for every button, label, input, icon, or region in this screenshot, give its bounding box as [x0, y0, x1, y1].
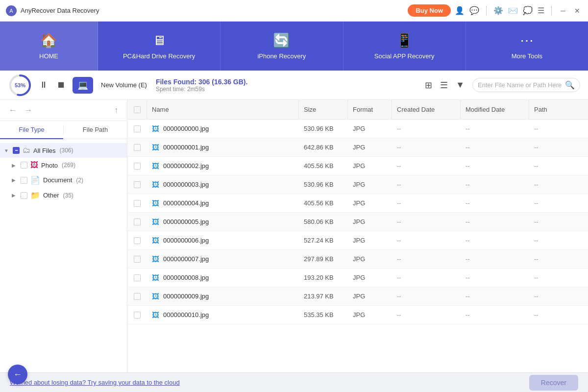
row-checkbox-10[interactable]: [127, 307, 147, 323]
checkbox-0[interactable]: [134, 125, 141, 132]
menu-icon[interactable]: ☰: [538, 6, 544, 15]
tree-item-document[interactable]: ▶ 📄 Document (2): [0, 172, 127, 188]
nav-bar: 🏠 HOME 🖥 PC&Hard Drive Recovery 🔄 iPhone…: [0, 22, 588, 71]
mail-icon[interactable]: ✉️: [508, 6, 518, 15]
nav-iphone-label: iPhone Recovery: [257, 52, 306, 60]
table-row[interactable]: 🖼 0000000004.jpg 405.56 KB JPG -- -- --: [127, 194, 588, 213]
row-checkbox-9[interactable]: [127, 288, 147, 305]
stop-button[interactable]: ⏹: [55, 78, 68, 92]
tree-arrow-doc: ▶: [12, 177, 18, 183]
nav-more-tools[interactable]: ⋯ More Tools: [466, 22, 588, 71]
checkbox-5[interactable]: [134, 219, 141, 225]
checkbox-1[interactable]: [134, 144, 141, 151]
nav-home[interactable]: 🏠 HOME: [0, 22, 98, 71]
row-format-7: JPG: [348, 250, 392, 268]
checkbox-9[interactable]: [134, 293, 141, 300]
row-checkbox-3[interactable]: [127, 176, 147, 193]
row-modified-4: --: [461, 195, 529, 212]
row-checkbox-6[interactable]: [127, 232, 147, 249]
tree-arrow-photo: ▶: [12, 163, 18, 168]
list-view-button[interactable]: ☰: [437, 78, 451, 93]
nav-pc-hard-drive[interactable]: 🖥 PC&Hard Drive Recovery: [98, 22, 220, 71]
checkbox-2[interactable]: [134, 163, 141, 170]
settings-icon[interactable]: ⚙️: [493, 6, 503, 15]
checkbox-7[interactable]: [134, 256, 141, 263]
close-button[interactable]: ✕: [572, 6, 582, 16]
table-row[interactable]: 🖼 0000000010.jpg 535.35 KB JPG -- -- --: [127, 306, 588, 324]
grid-view-button[interactable]: ⊞: [422, 78, 435, 93]
checkbox-3[interactable]: [134, 181, 141, 188]
back-fab-button[interactable]: ←: [8, 365, 27, 384]
file-rows: 🖼 0000000000.jpg 530.96 KB JPG -- -- -- …: [127, 120, 588, 372]
row-format-5: JPG: [348, 213, 392, 230]
row-checkbox-2[interactable]: [127, 158, 147, 174]
table-row[interactable]: 🖼 0000000005.jpg 580.06 KB JPG -- -- --: [127, 213, 588, 231]
row-checkbox-1[interactable]: [127, 139, 147, 156]
checkbox-6[interactable]: [134, 237, 141, 244]
file-icon-6: 🖼: [152, 236, 159, 245]
file-icon-10: 🖼: [152, 311, 159, 319]
folder-icon-all: 🗂: [23, 146, 30, 155]
th-checkbox[interactable]: [127, 100, 147, 119]
user-icon[interactable]: 👤: [455, 6, 465, 15]
table-row[interactable]: 🖼 0000000001.jpg 642.86 KB JPG -- -- --: [127, 138, 588, 157]
table-row[interactable]: 🖼 0000000007.jpg 297.89 KB JPG -- -- --: [127, 250, 588, 269]
tree-check-doc[interactable]: [21, 177, 27, 184]
tree-check-other[interactable]: [21, 192, 27, 199]
checkbox-10[interactable]: [134, 312, 141, 318]
tab-file-type[interactable]: File Type: [0, 121, 63, 139]
row-checkbox-8[interactable]: [127, 270, 147, 286]
row-created-8: --: [392, 269, 461, 286]
tree-item-other[interactable]: ▶ 📁 Other (35): [0, 188, 127, 203]
row-path-0: --: [529, 120, 588, 137]
table-row[interactable]: 🖼 0000000009.jpg 213.97 KB JPG -- -- --: [127, 287, 588, 306]
nav-social-app[interactable]: 📱 Social APP Recovery: [343, 22, 466, 71]
buy-now-button[interactable]: Buy Now: [408, 4, 451, 17]
row-checkbox-4[interactable]: [127, 195, 147, 212]
search-input[interactable]: [478, 81, 562, 89]
row-size-4: 405.56 KB: [299, 195, 348, 212]
minimize-button[interactable]: ─: [559, 6, 567, 16]
filter-button[interactable]: ▼: [453, 78, 467, 93]
other-icon: 📁: [30, 191, 40, 200]
tree-check-photo[interactable]: [21, 162, 27, 169]
checkbox-4[interactable]: [134, 200, 141, 207]
discord-icon[interactable]: 💬: [469, 6, 479, 15]
header-checkbox[interactable]: [134, 106, 141, 113]
pause-button[interactable]: ⏸: [37, 78, 50, 92]
row-size-10: 535.35 KB: [299, 306, 348, 323]
table-row[interactable]: 🖼 0000000006.jpg 527.24 KB JPG -- -- --: [127, 231, 588, 250]
chat-icon[interactable]: 💭: [523, 6, 533, 15]
row-checkbox-5[interactable]: [127, 214, 147, 230]
files-count: Files Found: 306 (16.36 GB).: [156, 78, 248, 86]
tree-item-all-files[interactable]: ▼ ━ 🗂 All Files (306): [0, 143, 127, 158]
table-row[interactable]: 🖼 0000000003.jpg 530.96 KB JPG -- -- --: [127, 175, 588, 194]
tree-item-photo[interactable]: ▶ 🖼 Photo (269): [0, 158, 127, 172]
row-name-2: 🖼 0000000002.jpg: [147, 157, 299, 175]
row-checkbox-0[interactable]: [127, 121, 147, 137]
row-path-7: --: [529, 250, 588, 268]
scan-button[interactable]: 💻: [73, 77, 93, 94]
back-arrow-button[interactable]: ←: [6, 104, 20, 117]
row-created-10: --: [392, 306, 461, 323]
row-size-3: 530.96 KB: [299, 176, 348, 193]
recover-button[interactable]: Recover: [529, 375, 578, 391]
checkbox-8[interactable]: [134, 274, 141, 281]
tab-file-path[interactable]: File Path: [64, 121, 127, 139]
cloud-link[interactable]: Worried about losing data? Try saving yo…: [10, 379, 180, 386]
table-row[interactable]: 🖼 0000000000.jpg 530.96 KB JPG -- -- --: [127, 120, 588, 138]
up-arrow-button[interactable]: ↑: [111, 104, 121, 117]
tree-check-all[interactable]: ━: [13, 147, 20, 154]
row-checkbox-7[interactable]: [127, 251, 147, 268]
forward-arrow-button[interactable]: →: [22, 104, 35, 117]
tree-arrow-all: ▼: [4, 148, 10, 153]
row-modified-1: --: [461, 139, 529, 156]
search-box[interactable]: 🔍: [472, 78, 580, 92]
row-size-1: 642.86 KB: [299, 139, 348, 156]
table-row[interactable]: 🖼 0000000008.jpg 193.20 KB JPG -- -- --: [127, 269, 588, 287]
th-format: Format: [348, 100, 392, 119]
table-row[interactable]: 🖼 0000000002.jpg 405.56 KB JPG -- -- --: [127, 157, 588, 175]
nav-iphone-recovery[interactable]: 🔄 iPhone Recovery: [220, 22, 343, 71]
row-modified-10: --: [461, 306, 529, 323]
nav-pc-label: PC&Hard Drive Recovery: [123, 52, 195, 60]
